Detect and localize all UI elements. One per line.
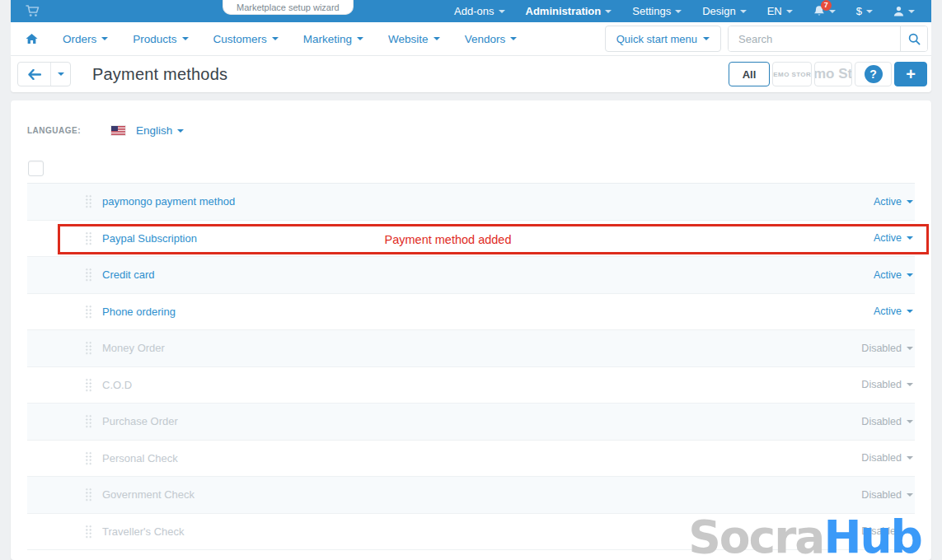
payment-method-link[interactable]: Phone ordering (102, 306, 176, 318)
language-code-label: EN (767, 5, 782, 17)
payment-method-link[interactable]: Money Order (102, 342, 165, 354)
menu-administration-label: Administration (526, 5, 602, 17)
back-button[interactable] (18, 63, 50, 86)
payment-method-link[interactable]: Personal Check (102, 452, 178, 464)
status-label: Disabled (861, 343, 902, 354)
status-label: Active (874, 196, 902, 208)
payment-method-link[interactable]: C.O.D (102, 379, 132, 391)
status-dropdown[interactable]: Disabled (861, 379, 913, 390)
search-button[interactable] (900, 26, 927, 51)
status-dropdown[interactable]: Disabled (861, 452, 913, 464)
language-switcher[interactable]: EN (767, 5, 793, 17)
nav-products-label: Products (133, 33, 176, 45)
status-dropdown[interactable]: Disabled (861, 525, 913, 537)
drag-handle-icon[interactable] (85, 341, 92, 355)
payment-method-row: Purchase Order Disabled (27, 404, 915, 441)
nav-products[interactable]: Products (133, 33, 188, 45)
help-button[interactable]: ? (855, 62, 892, 86)
drag-handle-icon[interactable] (85, 488, 92, 502)
nav-customers[interactable]: Customers (213, 33, 279, 45)
add-payment-method-button[interactable]: + (894, 62, 927, 86)
account-menu[interactable] (893, 6, 915, 16)
status-dropdown[interactable]: Active (874, 306, 913, 317)
caret-down-icon (866, 10, 873, 13)
language-value: English (136, 124, 172, 137)
menu-settings[interactable]: Settings (632, 5, 682, 17)
caret-down-icon (58, 72, 64, 76)
drag-handle-icon[interactable] (85, 231, 92, 245)
back-arrow-icon (28, 69, 41, 80)
drag-handle-icon[interactable] (85, 305, 92, 319)
status-dropdown[interactable]: Disabled (861, 343, 913, 354)
demo-store-button-small[interactable]: DEMO STORE (772, 62, 812, 86)
caret-down-icon (907, 420, 913, 423)
drag-handle-icon[interactable] (85, 194, 92, 208)
menu-design-label: Design (702, 5, 735, 17)
main-navigation-bar: Orders Products Customers Marketing Webs… (11, 22, 931, 56)
search-input[interactable] (729, 26, 900, 51)
status-label: Disabled (861, 489, 902, 501)
payment-method-row: paymongo payment method Active (27, 184, 915, 221)
status-dropdown[interactable]: Active (874, 269, 913, 281)
caret-down-icon (357, 37, 363, 40)
caret-down-icon (907, 347, 913, 350)
payment-method-link[interactable]: Purchase Order (102, 415, 178, 427)
caret-down-icon (907, 273, 913, 277)
caret-down-icon (907, 456, 913, 460)
caret-down-icon (675, 10, 682, 13)
status-label: Active (874, 269, 902, 281)
nav-marketing[interactable]: Marketing (303, 33, 363, 45)
home-icon (26, 33, 38, 44)
caret-down-icon (907, 530, 913, 533)
search-icon (908, 33, 921, 45)
payment-method-link[interactable]: Credit card (102, 268, 155, 281)
payment-methods-table: paymongo payment method Active Paypal Su… (27, 183, 915, 550)
marketplace-setup-wizard-button[interactable]: Marketplace setup wizard (223, 0, 354, 15)
caret-down-icon (605, 10, 612, 13)
cart-icon[interactable] (26, 5, 40, 17)
status-dropdown[interactable]: Active (874, 196, 913, 208)
caret-down-icon (907, 200, 913, 203)
status-dropdown[interactable]: Disabled (861, 416, 913, 427)
status-label: Disabled (861, 452, 902, 464)
drag-handle-icon[interactable] (85, 378, 92, 392)
payment-method-row: Paypal Subscription Active (27, 221, 915, 258)
topbar-menu: Add-ons Administration Settings Design E… (454, 5, 915, 17)
demo-store-button-large[interactable]: emo Sto (814, 62, 852, 86)
drag-handle-icon[interactable] (85, 414, 92, 428)
payment-method-link[interactable]: Traveller's Check (102, 525, 185, 538)
language-dropdown[interactable]: English (111, 124, 184, 137)
drag-handle-icon[interactable] (85, 268, 92, 282)
currency-menu[interactable]: $ (856, 5, 873, 17)
status-label: Disabled (861, 416, 902, 427)
quick-start-menu-button[interactable]: Quick start menu (605, 26, 721, 52)
question-mark-icon: ? (865, 65, 883, 83)
search-box (728, 26, 928, 52)
select-all-checkbox[interactable] (28, 161, 44, 176)
menu-administration[interactable]: Administration (526, 5, 612, 17)
nav-vendors[interactable]: Vendors (465, 33, 518, 45)
caret-down-icon (829, 10, 836, 13)
back-history-dropdown[interactable] (50, 63, 70, 86)
caret-down-icon (907, 493, 913, 497)
payment-method-link[interactable]: Paypal Subscription (102, 232, 197, 245)
menu-design[interactable]: Design (702, 5, 746, 17)
storefront-all-button[interactable]: All (729, 62, 770, 86)
status-dropdown[interactable]: Active (874, 232, 913, 244)
us-flag-icon (111, 126, 125, 135)
nav-menu: Orders Products Customers Marketing Webs… (26, 33, 517, 45)
menu-addons[interactable]: Add-ons (454, 5, 504, 17)
nav-orders[interactable]: Orders (63, 33, 108, 45)
notifications-menu[interactable]: 7 (813, 5, 836, 17)
payment-method-row: Government Check Disabled (27, 477, 915, 514)
home-button[interactable] (26, 33, 38, 44)
drag-handle-icon[interactable] (85, 525, 92, 539)
payment-method-link[interactable]: paymongo payment method (102, 195, 235, 208)
demo-store-small-label: DEMO STORE (772, 71, 812, 78)
nav-website[interactable]: Website (388, 33, 440, 45)
nav-website-label: Website (388, 33, 429, 45)
status-dropdown[interactable]: Disabled (861, 489, 913, 501)
caret-down-icon (907, 310, 913, 313)
payment-method-link[interactable]: Government Check (102, 488, 194, 501)
drag-handle-icon[interactable] (85, 451, 92, 465)
